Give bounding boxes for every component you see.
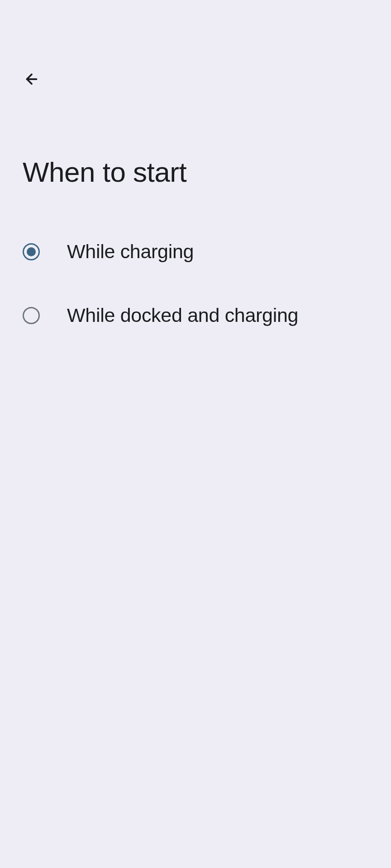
option-label: While docked and charging	[67, 304, 298, 326]
arrow-left-icon	[24, 71, 40, 87]
option-while-docked-charging[interactable]: While docked and charging	[0, 290, 391, 341]
settings-screen: When to start While charging While docke…	[0, 0, 391, 868]
back-button[interactable]	[18, 66, 45, 93]
option-label: While charging	[67, 241, 194, 263]
radio-selected-icon	[23, 243, 40, 260]
option-while-charging[interactable]: While charging	[0, 226, 391, 277]
page-title: When to start	[23, 156, 186, 188]
radio-group: While charging While docked and charging	[0, 226, 391, 341]
radio-unselected-icon	[23, 307, 40, 324]
